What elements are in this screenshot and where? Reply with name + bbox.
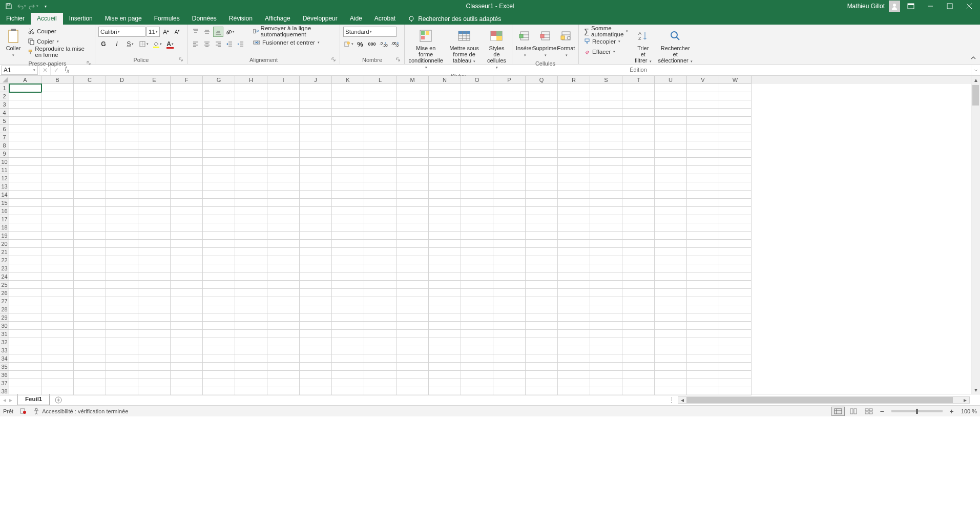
cell-A17[interactable]	[9, 215, 41, 223]
column-header-B[interactable]: B	[41, 76, 74, 84]
tab-fichier[interactable]: Fichier	[0, 13, 31, 25]
cell-E36[interactable]	[138, 371, 171, 379]
cell-J4[interactable]	[300, 109, 332, 117]
cell-W28[interactable]	[719, 305, 752, 313]
cell-H23[interactable]	[235, 264, 267, 272]
cell-E24[interactable]	[138, 272, 171, 281]
cell-S18[interactable]	[590, 223, 622, 232]
cell-R24[interactable]	[558, 272, 590, 281]
cell-E28[interactable]	[138, 305, 171, 313]
cell-I7[interactable]	[267, 133, 300, 141]
cell-G2[interactable]	[203, 92, 235, 100]
cell-W12[interactable]	[719, 174, 752, 182]
cell-P15[interactable]	[493, 199, 526, 207]
align-top-icon[interactable]	[191, 27, 201, 37]
cell-O1[interactable]	[461, 84, 493, 92]
row-header-6[interactable]: 6	[0, 125, 9, 133]
cell-C19[interactable]	[74, 232, 106, 240]
cell-W2[interactable]	[719, 92, 752, 100]
cell-R28[interactable]	[558, 305, 590, 313]
cell-I25[interactable]	[267, 281, 300, 289]
cell-L28[interactable]	[364, 305, 397, 313]
cell-O19[interactable]	[461, 232, 493, 240]
zoom-out-icon[interactable]: −	[878, 407, 886, 415]
cell-A27[interactable]	[9, 297, 41, 305]
cell-F13[interactable]	[171, 182, 203, 191]
cell-C25[interactable]	[74, 281, 106, 289]
cell-G30[interactable]	[203, 322, 235, 330]
cell-A16[interactable]	[9, 207, 41, 215]
cell-H12[interactable]	[235, 174, 267, 182]
cell-K17[interactable]	[332, 215, 364, 223]
cell-B13[interactable]	[41, 182, 74, 191]
cell-G22[interactable]	[203, 256, 235, 264]
cell-L29[interactable]	[364, 313, 397, 322]
cell-U32[interactable]	[655, 338, 687, 346]
cell-N2[interactable]	[429, 92, 461, 100]
cell-N35[interactable]	[429, 363, 461, 371]
cell-Q19[interactable]	[526, 232, 558, 240]
cell-T28[interactable]	[622, 305, 655, 313]
cell-T38[interactable]	[622, 387, 655, 395]
cell-V10[interactable]	[687, 158, 719, 166]
row-header-15[interactable]: 15	[0, 199, 9, 207]
cell-V8[interactable]	[687, 141, 719, 150]
cell-U25[interactable]	[655, 281, 687, 289]
cell-K13[interactable]	[332, 182, 364, 191]
cell-I3[interactable]	[267, 100, 300, 109]
cell-L10[interactable]	[364, 158, 397, 166]
cell-O34[interactable]	[461, 354, 493, 363]
cell-I11[interactable]	[267, 166, 300, 174]
cell-U24[interactable]	[655, 272, 687, 281]
cell-H4[interactable]	[235, 109, 267, 117]
cell-D31[interactable]	[106, 330, 138, 338]
cell-E6[interactable]	[138, 125, 171, 133]
cell-C20[interactable]	[74, 240, 106, 248]
cell-L14[interactable]	[364, 191, 397, 199]
cell-E2[interactable]	[138, 92, 171, 100]
cell-Q34[interactable]	[526, 354, 558, 363]
cell-G19[interactable]	[203, 232, 235, 240]
cell-W30[interactable]	[719, 322, 752, 330]
copy-button[interactable]: Copier▾	[26, 37, 92, 46]
cell-G32[interactable]	[203, 338, 235, 346]
cell-N15[interactable]	[429, 199, 461, 207]
cell-R22[interactable]	[558, 256, 590, 264]
cell-Q7[interactable]	[526, 133, 558, 141]
cell-O6[interactable]	[461, 125, 493, 133]
cell-V34[interactable]	[687, 354, 719, 363]
cell-G4[interactable]	[203, 109, 235, 117]
cell-U2[interactable]	[655, 92, 687, 100]
cell-F14[interactable]	[171, 191, 203, 199]
cell-G27[interactable]	[203, 297, 235, 305]
cell-E26[interactable]	[138, 289, 171, 297]
cell-T21[interactable]	[622, 248, 655, 256]
cell-T30[interactable]	[622, 322, 655, 330]
cell-G10[interactable]	[203, 158, 235, 166]
cell-O24[interactable]	[461, 272, 493, 281]
cell-P30[interactable]	[493, 322, 526, 330]
cell-T22[interactable]	[622, 256, 655, 264]
cell-O18[interactable]	[461, 223, 493, 232]
cell-L26[interactable]	[364, 289, 397, 297]
cell-I27[interactable]	[267, 297, 300, 305]
cell-M13[interactable]	[397, 182, 429, 191]
cell-N4[interactable]	[429, 109, 461, 117]
cell-K37[interactable]	[332, 379, 364, 387]
cell-K31[interactable]	[332, 330, 364, 338]
cell-M15[interactable]	[397, 199, 429, 207]
cell-F12[interactable]	[171, 174, 203, 182]
cell-B7[interactable]	[41, 133, 74, 141]
cell-V29[interactable]	[687, 313, 719, 322]
cell-C11[interactable]	[74, 166, 106, 174]
cell-V24[interactable]	[687, 272, 719, 281]
cell-V30[interactable]	[687, 322, 719, 330]
cell-R25[interactable]	[558, 281, 590, 289]
cell-U17[interactable]	[655, 215, 687, 223]
cell-O30[interactable]	[461, 322, 493, 330]
cell-T29[interactable]	[622, 313, 655, 322]
cell-F6[interactable]	[171, 125, 203, 133]
cell-B19[interactable]	[41, 232, 74, 240]
cell-C23[interactable]	[74, 264, 106, 272]
cell-I34[interactable]	[267, 354, 300, 363]
